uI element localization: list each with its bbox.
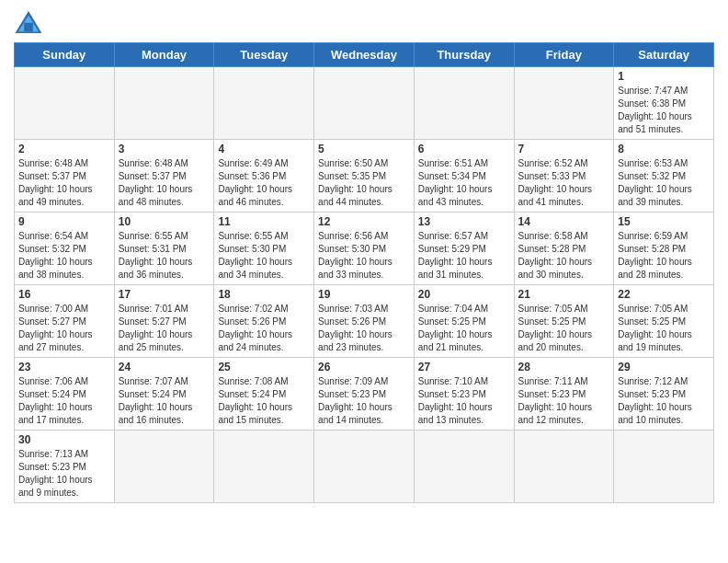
day-number: 14 [518,215,610,228]
week-row-3: 9Sunrise: 6:54 AMSunset: 5:32 PMDaylight… [15,213,714,285]
day-cell: 19Sunrise: 7:03 AMSunset: 5:26 PMDayligh… [314,285,415,358]
day-cell: 22Sunrise: 7:05 AMSunset: 5:25 PMDayligh… [614,285,714,358]
weekday-sunday: Sunday [15,43,115,67]
day-cell: 15Sunrise: 6:59 AMSunset: 5:28 PMDayligh… [614,213,714,285]
day-cell: 10Sunrise: 6:55 AMSunset: 5:31 PMDayligh… [114,213,214,285]
day-number: 11 [218,215,310,228]
day-info: Sunrise: 7:02 AMSunset: 5:26 PMDaylight:… [218,303,310,354]
day-cell [414,67,514,140]
day-info: Sunrise: 6:55 AMSunset: 5:31 PMDaylight:… [119,230,210,282]
day-cell [514,431,614,503]
day-info: Sunrise: 6:52 AMSunset: 5:33 PMDaylight:… [518,157,610,209]
day-cell [15,67,115,140]
day-cell [614,431,714,503]
day-info: Sunrise: 6:59 AMSunset: 5:28 PMDaylight:… [618,230,710,282]
weekday-friday: Friday [514,43,614,67]
weekday-thursday: Thursday [414,43,514,67]
day-info: Sunrise: 7:05 AMSunset: 5:25 PMDaylight:… [618,303,710,354]
day-info: Sunrise: 6:51 AMSunset: 5:34 PMDaylight:… [418,157,510,209]
day-cell: 14Sunrise: 6:58 AMSunset: 5:28 PMDayligh… [514,213,614,285]
week-row-5: 23Sunrise: 7:06 AMSunset: 5:24 PMDayligh… [15,358,714,431]
day-number: 16 [18,288,110,301]
weekday-wednesday: Wednesday [314,43,415,67]
day-info: Sunrise: 6:56 AMSunset: 5:30 PMDaylight:… [318,230,410,282]
day-number: 28 [518,361,610,373]
day-info: Sunrise: 7:06 AMSunset: 5:24 PMDaylight:… [18,375,110,427]
day-cell [214,431,314,503]
day-number: 24 [119,361,210,373]
day-info: Sunrise: 7:08 AMSunset: 5:24 PMDaylight:… [218,375,310,427]
day-cell [114,67,214,140]
day-number: 3 [119,143,210,155]
day-cell: 3Sunrise: 6:48 AMSunset: 5:37 PMDaylight… [114,140,214,213]
day-cell: 4Sunrise: 6:49 AMSunset: 5:36 PMDaylight… [214,140,314,213]
day-number: 30 [18,433,110,446]
day-number: 27 [418,361,510,373]
day-cell: 17Sunrise: 7:01 AMSunset: 5:27 PMDayligh… [114,285,214,358]
day-info: Sunrise: 7:12 AMSunset: 5:23 PMDaylight:… [618,375,710,427]
day-cell: 16Sunrise: 7:00 AMSunset: 5:27 PMDayligh… [15,285,115,358]
day-cell: 8Sunrise: 6:53 AMSunset: 5:32 PMDaylight… [614,140,714,213]
day-number: 20 [418,288,510,301]
day-number: 22 [618,288,710,301]
day-cell [514,67,614,140]
day-info: Sunrise: 6:50 AMSunset: 5:35 PMDaylight:… [318,157,410,209]
day-number: 1 [618,70,710,83]
day-cell [114,431,214,503]
day-cell [414,431,514,503]
day-info: Sunrise: 7:05 AMSunset: 5:25 PMDaylight:… [518,303,610,354]
day-cell: 28Sunrise: 7:11 AMSunset: 5:23 PMDayligh… [514,358,614,431]
header [14,9,714,35]
day-cell: 1Sunrise: 7:47 AMSunset: 6:38 PMDaylight… [614,67,714,140]
day-number: 18 [218,288,310,301]
day-info: Sunrise: 6:48 AMSunset: 5:37 PMDaylight:… [18,157,110,209]
day-info: Sunrise: 7:13 AMSunset: 5:23 PMDaylight:… [18,448,110,500]
week-row-1: 1Sunrise: 7:47 AMSunset: 6:38 PMDaylight… [15,67,714,140]
logo [14,9,47,35]
day-cell: 12Sunrise: 6:56 AMSunset: 5:30 PMDayligh… [314,213,415,285]
week-row-4: 16Sunrise: 7:00 AMSunset: 5:27 PMDayligh… [15,285,714,358]
day-number: 15 [618,215,710,228]
weekday-tuesday: Tuesday [214,43,314,67]
day-cell: 18Sunrise: 7:02 AMSunset: 5:26 PMDayligh… [214,285,314,358]
day-info: Sunrise: 7:00 AMSunset: 5:27 PMDaylight:… [18,303,110,354]
day-number: 25 [218,361,310,373]
day-info: Sunrise: 7:11 AMSunset: 5:23 PMDaylight:… [518,375,610,427]
weekday-saturday: Saturday [614,43,714,67]
day-info: Sunrise: 6:55 AMSunset: 5:30 PMDaylight:… [218,230,310,282]
day-cell: 27Sunrise: 7:10 AMSunset: 5:23 PMDayligh… [414,358,514,431]
day-cell: 6Sunrise: 6:51 AMSunset: 5:34 PMDaylight… [414,140,514,213]
day-info: Sunrise: 7:04 AMSunset: 5:25 PMDaylight:… [418,303,510,354]
day-info: Sunrise: 6:48 AMSunset: 5:37 PMDaylight:… [119,157,210,209]
day-info: Sunrise: 7:07 AMSunset: 5:24 PMDaylight:… [119,375,210,427]
day-info: Sunrise: 7:01 AMSunset: 5:27 PMDaylight:… [119,303,210,354]
calendar: SundayMondayTuesdayWednesdayThursdayFrid… [14,42,714,503]
day-number: 17 [119,288,210,301]
day-cell: 20Sunrise: 7:04 AMSunset: 5:25 PMDayligh… [414,285,514,358]
weekday-monday: Monday [114,43,214,67]
day-number: 2 [18,143,110,155]
day-number: 21 [518,288,610,301]
day-info: Sunrise: 6:49 AMSunset: 5:36 PMDaylight:… [218,157,310,209]
day-number: 12 [318,215,410,228]
day-cell [214,67,314,140]
day-cell: 26Sunrise: 7:09 AMSunset: 5:23 PMDayligh… [314,358,415,431]
day-info: Sunrise: 7:03 AMSunset: 5:26 PMDaylight:… [318,303,410,354]
day-cell: 7Sunrise: 6:52 AMSunset: 5:33 PMDaylight… [514,140,614,213]
week-row-6: 30Sunrise: 7:13 AMSunset: 5:23 PMDayligh… [15,431,714,503]
day-number: 26 [318,361,410,373]
day-cell: 24Sunrise: 7:07 AMSunset: 5:24 PMDayligh… [114,358,214,431]
day-info: Sunrise: 6:54 AMSunset: 5:32 PMDaylight:… [18,230,110,282]
day-cell: 11Sunrise: 6:55 AMSunset: 5:30 PMDayligh… [214,213,314,285]
day-info: Sunrise: 6:57 AMSunset: 5:29 PMDaylight:… [418,230,510,282]
page: SundayMondayTuesdayWednesdayThursdayFrid… [0,0,728,563]
day-info: Sunrise: 7:10 AMSunset: 5:23 PMDaylight:… [418,375,510,427]
logo-icon [14,9,43,35]
day-number: 8 [618,143,710,155]
day-cell: 21Sunrise: 7:05 AMSunset: 5:25 PMDayligh… [514,285,614,358]
day-cell: 29Sunrise: 7:12 AMSunset: 5:23 PMDayligh… [614,358,714,431]
day-cell [314,431,415,503]
day-number: 5 [318,143,410,155]
day-cell: 2Sunrise: 6:48 AMSunset: 5:37 PMDaylight… [15,140,115,213]
day-info: Sunrise: 7:09 AMSunset: 5:23 PMDaylight:… [318,375,410,427]
